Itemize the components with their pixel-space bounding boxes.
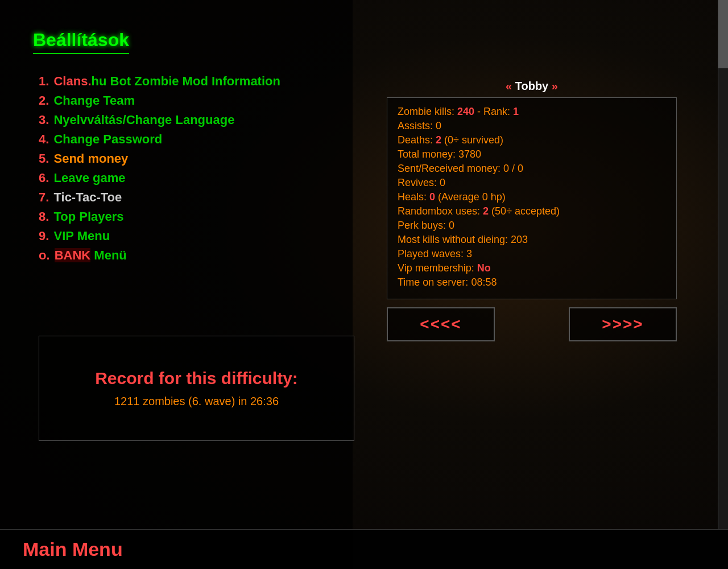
record-box: Record for this difficulty: 1211 zombies…	[39, 336, 354, 441]
next-arrow: »	[552, 80, 558, 92]
menu-item-5[interactable]: 5. Send money	[39, 151, 280, 166]
menu-item-9[interactable]: 9. VIP Menu	[39, 229, 280, 244]
menu-item-4[interactable]: 4. Change Password	[39, 132, 280, 147]
next-player-button[interactable]: >>>>	[569, 307, 677, 341]
menu-list: 1. Clans.hu Bot Zombie Mod Information 2…	[39, 74, 280, 267]
main-menu-label[interactable]: Main Menu	[23, 538, 123, 560]
menu-item-2[interactable]: 2. Change Team	[39, 93, 280, 108]
menu-item-1[interactable]: 1. Clans.hu Bot Zombie Mod Information	[39, 74, 280, 89]
stat-sent-received: Sent/Received money: 0 / 0	[398, 163, 666, 175]
menu-item-3[interactable]: 3. Nyelvváltás/Change Language	[39, 113, 280, 127]
stat-assists: Assists: 0	[398, 120, 666, 132]
stats-box: Zombie kills: 240 - Rank: 1 Assists: 0 D…	[387, 97, 677, 299]
main-menu-bar: Main Menu	[0, 529, 728, 569]
stat-vip: Vip membership: No	[398, 262, 666, 274]
player-name: Tobby	[515, 80, 549, 92]
menu-item-8[interactable]: 8. Top Players	[39, 209, 280, 224]
menu-item-7[interactable]: 7. Tic-Tac-Toe	[39, 190, 280, 205]
stat-revives: Revives: 0	[398, 177, 666, 189]
stat-most-kills: Most kills without dieing: 203	[398, 234, 666, 246]
page-title: Beállítások	[33, 30, 129, 54]
prev-arrow: «	[506, 80, 515, 92]
scrollbar[interactable]	[718, 0, 728, 529]
stat-played-waves: Played waves: 3	[398, 248, 666, 260]
record-title: Record for this difficulty:	[95, 369, 298, 388]
record-value: 1211 zombies (6. wave) in 26:36	[114, 395, 279, 408]
menu-item-6[interactable]: 6. Leave game	[39, 171, 280, 185]
scrollbar-thumb	[718, 0, 728, 68]
player-nav: « Tobby »	[387, 80, 677, 93]
stat-heals: Heals: 0 (Average 0 hp)	[398, 191, 666, 203]
player-panel: « Tobby » Zombie kills: 240 - Rank: 1 As…	[387, 80, 677, 341]
nav-buttons: <<<< >>>>	[387, 307, 677, 341]
stat-zombie-kills: Zombie kills: 240 - Rank: 1	[398, 106, 666, 118]
stat-time: Time on server: 08:58	[398, 277, 666, 288]
prev-player-button[interactable]: <<<<	[387, 307, 495, 341]
menu-item-o[interactable]: o. BANK Menü	[39, 248, 280, 263]
stat-perk-buys: Perk buys: 0	[398, 220, 666, 232]
stat-deaths: Deaths: 2 (0÷ survived)	[398, 134, 666, 146]
stat-total-money: Total money: 3780	[398, 149, 666, 160]
stat-randombox: Randombox uses: 2 (50÷ accepted)	[398, 205, 666, 217]
